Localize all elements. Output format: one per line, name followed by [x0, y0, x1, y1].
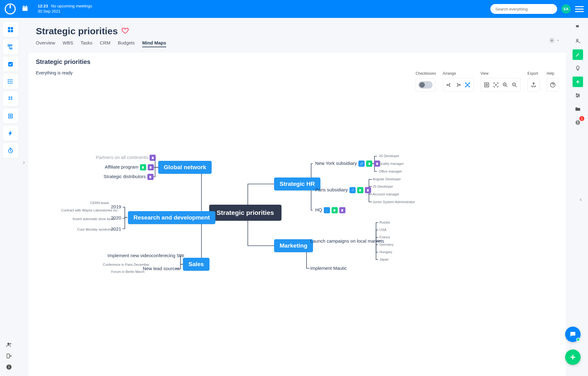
sidebar-bolt-icon[interactable] [3, 126, 18, 141]
svg-rect-36 [484, 83, 489, 87]
node-sysadmin[interactable]: Junior System Administrator [373, 200, 415, 204]
lightbulb-icon[interactable] [573, 63, 583, 73]
node-rnd[interactable]: Research and development [128, 211, 215, 224]
svg-point-55 [577, 96, 578, 97]
add-fab[interactable] [565, 349, 581, 365]
node-usa[interactable]: USA [379, 228, 387, 232]
notification-icon[interactable]: 1 [573, 117, 583, 128]
node-mautic[interactable]: Implement Mautic [310, 265, 347, 271]
svg-rect-11 [11, 45, 12, 46]
tab-mindmaps[interactable]: Mind Maps [142, 40, 166, 47]
zoom-in-icon[interactable] [502, 81, 509, 88]
arrange-radial-icon[interactable] [464, 81, 471, 88]
node-hungary[interactable]: Hungary [379, 250, 392, 254]
calendar-icon[interactable] [22, 5, 28, 13]
gear-icon[interactable] [549, 38, 560, 43]
logout-icon[interactable] [6, 353, 12, 359]
node-partners[interactable]: Partners on all continents [96, 155, 156, 161]
checkboxes-toggle[interactable] [418, 81, 433, 89]
search-input[interactable] [495, 7, 552, 11]
chevron-right-icon[interactable] [22, 161, 26, 166]
hamburger-icon[interactable] [575, 5, 584, 13]
flag-icon[interactable] [573, 22, 583, 33]
node-cern[interactable]: CERN lease [90, 201, 109, 205]
node-forum-berlin[interactable]: Forum in Berlin March [111, 270, 145, 274]
node-js1[interactable]: JS Developer [379, 154, 399, 158]
node-paris[interactable]: Paris subsidiary [315, 187, 371, 193]
node-root[interactable]: Strategic priorities [209, 205, 281, 221]
info-icon[interactable] [6, 364, 12, 370]
node-video[interactable]: Implement new videoconferecing SW [108, 253, 184, 258]
fit-icon[interactable] [483, 81, 490, 88]
search-input-wrapper[interactable] [490, 4, 557, 14]
chat-fab[interactable] [565, 327, 581, 342]
node-ny[interactable]: New York subsidiary [315, 161, 380, 167]
sidebar-hierarchy-icon[interactable] [3, 40, 18, 54]
node-japan[interactable]: Japan [379, 257, 389, 261]
node-sales[interactable]: Sales [183, 258, 209, 271]
help-icon[interactable] [549, 81, 556, 88]
svg-point-23 [7, 343, 10, 345]
node-office[interactable]: Office manager [379, 169, 402, 173]
node-france[interactable]: France [379, 235, 390, 239]
node-russia[interactable]: Russia [379, 220, 390, 224]
node-angular[interactable]: Angular Developer [373, 177, 401, 181]
svg-point-28 [551, 40, 553, 41]
node-marketing[interactable]: Marketing [274, 239, 313, 252]
sliders-icon[interactable] [573, 90, 583, 101]
link-icon [324, 207, 330, 213]
node-leads[interactable]: New lead sources [143, 266, 180, 271]
doc-icon [357, 187, 363, 193]
top-header: 12:23No upcoming meetings 30 Sep 2021 EA [0, 0, 588, 18]
logo-icon[interactable] [4, 3, 16, 15]
node-germany[interactable]: Germany [379, 243, 393, 246]
node-shoe[interactable]: Invent automatic shoe laces [73, 217, 115, 221]
sidebar-check-icon[interactable] [3, 57, 18, 72]
tab-crm[interactable]: CRM [100, 40, 110, 47]
folder-icon[interactable] [573, 104, 583, 114]
node-monday[interactable]: Cure Monday syndrome [77, 228, 113, 231]
node-conf-paris[interactable]: Conference in Paris December [103, 263, 149, 266]
search-person-icon[interactable] [573, 36, 583, 46]
svg-rect-44 [150, 166, 152, 168]
sidebar-list-icon[interactable] [3, 74, 18, 89]
node-hq[interactable]: HQ [315, 207, 345, 213]
arrange-left-icon[interactable] [455, 81, 462, 88]
tab-tasks[interactable]: Tasks [81, 40, 92, 47]
svg-rect-8 [8, 30, 10, 32]
svg-rect-57 [577, 121, 578, 123]
sidebar-clock-icon[interactable] [3, 143, 18, 158]
page-title: Strategic priorities [36, 26, 118, 36]
node-hr[interactable]: Strategic HR [274, 178, 320, 190]
toolbar-arrange-label: Arrange [443, 71, 456, 76]
node-launch[interactable]: Launch campaigns on local markets [310, 238, 384, 244]
add-user-icon[interactable] [6, 341, 12, 348]
avatar[interactable]: EA [561, 4, 571, 14]
node-distributors[interactable]: Strategic distributors [104, 174, 154, 180]
sidebar-frame-icon[interactable] [3, 109, 18, 123]
edit-icon[interactable] [573, 49, 583, 60]
focus-icon[interactable] [493, 81, 499, 88]
node-global-network[interactable]: Global network [158, 161, 212, 174]
node-account[interactable]: Account manager [373, 192, 399, 196]
node-affiliate[interactable]: Affiliate program [105, 164, 154, 170]
doc-icon [140, 164, 146, 170]
node-js2[interactable]: JS Developer [373, 185, 393, 188]
mindmap-canvas[interactable]: Strategic priorities Global network Part… [28, 93, 566, 376]
tab-budgets[interactable]: Budgets [118, 40, 135, 47]
header-time: 12:23 [38, 4, 48, 8]
node-wayne[interactable]: Contract with Wayne Laboratories inc. [61, 208, 118, 212]
export-icon[interactable] [530, 81, 537, 88]
tab-overview[interactable]: Overview [36, 40, 55, 47]
sidebar-dashboard-icon[interactable] [3, 22, 18, 37]
sidebar-dropbox-icon[interactable] [3, 91, 18, 106]
svg-point-27 [9, 366, 9, 366]
tab-wbs[interactable]: WBS [63, 40, 73, 47]
add-panel-icon[interactable] [573, 77, 583, 87]
arrange-right-icon[interactable] [446, 81, 452, 88]
node-quality[interactable]: Quality manager [379, 162, 404, 165]
zoom-out-icon[interactable] [511, 81, 518, 88]
heart-icon[interactable] [121, 27, 129, 36]
chevron-left-icon[interactable] [579, 198, 583, 203]
svg-rect-45 [150, 176, 151, 178]
